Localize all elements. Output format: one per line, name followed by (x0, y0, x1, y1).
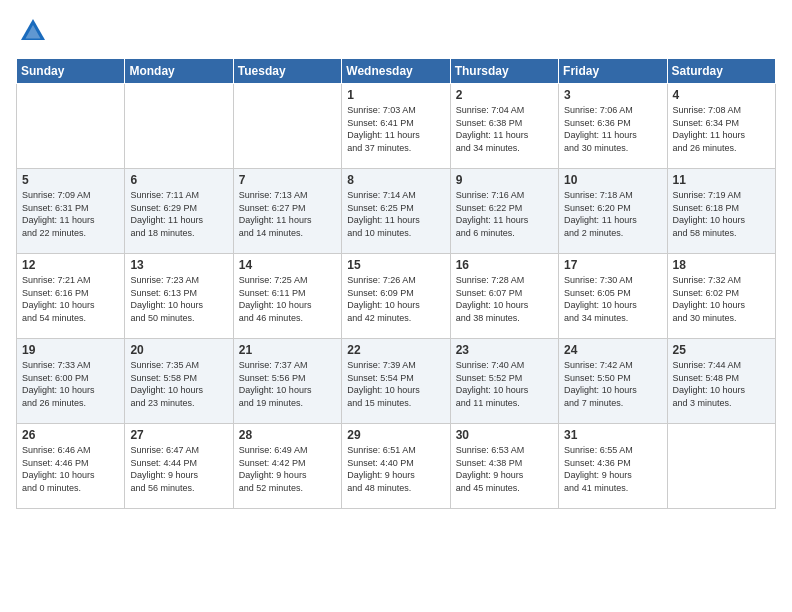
day-info: Sunrise: 7:26 AM Sunset: 6:09 PM Dayligh… (347, 274, 444, 324)
calendar-cell: 18Sunrise: 7:32 AM Sunset: 6:02 PM Dayli… (667, 254, 775, 339)
day-info: Sunrise: 7:04 AM Sunset: 6:38 PM Dayligh… (456, 104, 553, 154)
day-number: 2 (456, 88, 553, 102)
day-info: Sunrise: 7:40 AM Sunset: 5:52 PM Dayligh… (456, 359, 553, 409)
day-info: Sunrise: 7:30 AM Sunset: 6:05 PM Dayligh… (564, 274, 661, 324)
day-info: Sunrise: 7:06 AM Sunset: 6:36 PM Dayligh… (564, 104, 661, 154)
day-number: 26 (22, 428, 119, 442)
calendar-cell: 20Sunrise: 7:35 AM Sunset: 5:58 PM Dayli… (125, 339, 233, 424)
day-number: 29 (347, 428, 444, 442)
calendar-cell: 10Sunrise: 7:18 AM Sunset: 6:20 PM Dayli… (559, 169, 667, 254)
day-info: Sunrise: 7:28 AM Sunset: 6:07 PM Dayligh… (456, 274, 553, 324)
day-number: 23 (456, 343, 553, 357)
calendar-cell: 14Sunrise: 7:25 AM Sunset: 6:11 PM Dayli… (233, 254, 341, 339)
calendar-cell: 30Sunrise: 6:53 AM Sunset: 4:38 PM Dayli… (450, 424, 558, 509)
calendar-cell: 22Sunrise: 7:39 AM Sunset: 5:54 PM Dayli… (342, 339, 450, 424)
calendar-cell: 1Sunrise: 7:03 AM Sunset: 6:41 PM Daylig… (342, 84, 450, 169)
calendar-cell: 15Sunrise: 7:26 AM Sunset: 6:09 PM Dayli… (342, 254, 450, 339)
day-number: 13 (130, 258, 227, 272)
day-info: Sunrise: 7:37 AM Sunset: 5:56 PM Dayligh… (239, 359, 336, 409)
day-info: Sunrise: 6:53 AM Sunset: 4:38 PM Dayligh… (456, 444, 553, 494)
day-number: 15 (347, 258, 444, 272)
day-number: 6 (130, 173, 227, 187)
day-info: Sunrise: 6:55 AM Sunset: 4:36 PM Dayligh… (564, 444, 661, 494)
day-number: 18 (673, 258, 770, 272)
day-info: Sunrise: 7:25 AM Sunset: 6:11 PM Dayligh… (239, 274, 336, 324)
day-info: Sunrise: 7:39 AM Sunset: 5:54 PM Dayligh… (347, 359, 444, 409)
calendar-cell: 23Sunrise: 7:40 AM Sunset: 5:52 PM Dayli… (450, 339, 558, 424)
day-number: 9 (456, 173, 553, 187)
day-number: 25 (673, 343, 770, 357)
day-number: 20 (130, 343, 227, 357)
calendar-cell: 2Sunrise: 7:04 AM Sunset: 6:38 PM Daylig… (450, 84, 558, 169)
day-header-sunday: Sunday (17, 59, 125, 84)
calendar-week-row: 19Sunrise: 7:33 AM Sunset: 6:00 PM Dayli… (17, 339, 776, 424)
day-number: 21 (239, 343, 336, 357)
day-number: 19 (22, 343, 119, 357)
day-number: 10 (564, 173, 661, 187)
day-number: 3 (564, 88, 661, 102)
day-info: Sunrise: 7:33 AM Sunset: 6:00 PM Dayligh… (22, 359, 119, 409)
day-info: Sunrise: 7:16 AM Sunset: 6:22 PM Dayligh… (456, 189, 553, 239)
day-number: 27 (130, 428, 227, 442)
calendar-cell: 3Sunrise: 7:06 AM Sunset: 6:36 PM Daylig… (559, 84, 667, 169)
calendar-cell (667, 424, 775, 509)
day-header-tuesday: Tuesday (233, 59, 341, 84)
calendar-cell (233, 84, 341, 169)
day-number: 22 (347, 343, 444, 357)
page-header (16, 16, 776, 50)
calendar-week-row: 5Sunrise: 7:09 AM Sunset: 6:31 PM Daylig… (17, 169, 776, 254)
day-number: 5 (22, 173, 119, 187)
day-number: 1 (347, 88, 444, 102)
day-info: Sunrise: 7:11 AM Sunset: 6:29 PM Dayligh… (130, 189, 227, 239)
day-number: 7 (239, 173, 336, 187)
day-info: Sunrise: 7:23 AM Sunset: 6:13 PM Dayligh… (130, 274, 227, 324)
calendar-cell: 5Sunrise: 7:09 AM Sunset: 6:31 PM Daylig… (17, 169, 125, 254)
calendar-cell: 24Sunrise: 7:42 AM Sunset: 5:50 PM Dayli… (559, 339, 667, 424)
calendar-cell: 28Sunrise: 6:49 AM Sunset: 4:42 PM Dayli… (233, 424, 341, 509)
day-number: 31 (564, 428, 661, 442)
day-number: 24 (564, 343, 661, 357)
calendar-cell: 21Sunrise: 7:37 AM Sunset: 5:56 PM Dayli… (233, 339, 341, 424)
day-header-saturday: Saturday (667, 59, 775, 84)
day-info: Sunrise: 7:18 AM Sunset: 6:20 PM Dayligh… (564, 189, 661, 239)
day-header-friday: Friday (559, 59, 667, 84)
day-number: 4 (673, 88, 770, 102)
calendar-cell: 31Sunrise: 6:55 AM Sunset: 4:36 PM Dayli… (559, 424, 667, 509)
day-info: Sunrise: 6:46 AM Sunset: 4:46 PM Dayligh… (22, 444, 119, 494)
day-number: 17 (564, 258, 661, 272)
day-info: Sunrise: 7:35 AM Sunset: 5:58 PM Dayligh… (130, 359, 227, 409)
calendar-cell: 27Sunrise: 6:47 AM Sunset: 4:44 PM Dayli… (125, 424, 233, 509)
day-header-wednesday: Wednesday (342, 59, 450, 84)
day-info: Sunrise: 7:14 AM Sunset: 6:25 PM Dayligh… (347, 189, 444, 239)
calendar-cell: 6Sunrise: 7:11 AM Sunset: 6:29 PM Daylig… (125, 169, 233, 254)
day-header-thursday: Thursday (450, 59, 558, 84)
day-info: Sunrise: 7:32 AM Sunset: 6:02 PM Dayligh… (673, 274, 770, 324)
day-info: Sunrise: 7:03 AM Sunset: 6:41 PM Dayligh… (347, 104, 444, 154)
calendar-cell (17, 84, 125, 169)
day-info: Sunrise: 7:42 AM Sunset: 5:50 PM Dayligh… (564, 359, 661, 409)
calendar-week-row: 26Sunrise: 6:46 AM Sunset: 4:46 PM Dayli… (17, 424, 776, 509)
calendar-table: SundayMondayTuesdayWednesdayThursdayFrid… (16, 58, 776, 509)
logo (16, 16, 48, 50)
calendar-header-row: SundayMondayTuesdayWednesdayThursdayFrid… (17, 59, 776, 84)
day-info: Sunrise: 7:08 AM Sunset: 6:34 PM Dayligh… (673, 104, 770, 154)
day-info: Sunrise: 6:51 AM Sunset: 4:40 PM Dayligh… (347, 444, 444, 494)
day-info: Sunrise: 7:44 AM Sunset: 5:48 PM Dayligh… (673, 359, 770, 409)
calendar-cell: 9Sunrise: 7:16 AM Sunset: 6:22 PM Daylig… (450, 169, 558, 254)
day-number: 11 (673, 173, 770, 187)
calendar-cell: 17Sunrise: 7:30 AM Sunset: 6:05 PM Dayli… (559, 254, 667, 339)
day-number: 30 (456, 428, 553, 442)
calendar-cell: 19Sunrise: 7:33 AM Sunset: 6:00 PM Dayli… (17, 339, 125, 424)
calendar-cell: 12Sunrise: 7:21 AM Sunset: 6:16 PM Dayli… (17, 254, 125, 339)
calendar-cell: 8Sunrise: 7:14 AM Sunset: 6:25 PM Daylig… (342, 169, 450, 254)
calendar-cell: 4Sunrise: 7:08 AM Sunset: 6:34 PM Daylig… (667, 84, 775, 169)
calendar-cell: 29Sunrise: 6:51 AM Sunset: 4:40 PM Dayli… (342, 424, 450, 509)
calendar-cell: 26Sunrise: 6:46 AM Sunset: 4:46 PM Dayli… (17, 424, 125, 509)
day-info: Sunrise: 7:21 AM Sunset: 6:16 PM Dayligh… (22, 274, 119, 324)
calendar-week-row: 1Sunrise: 7:03 AM Sunset: 6:41 PM Daylig… (17, 84, 776, 169)
day-info: Sunrise: 7:19 AM Sunset: 6:18 PM Dayligh… (673, 189, 770, 239)
calendar-cell: 25Sunrise: 7:44 AM Sunset: 5:48 PM Dayli… (667, 339, 775, 424)
day-info: Sunrise: 7:09 AM Sunset: 6:31 PM Dayligh… (22, 189, 119, 239)
calendar-cell: 13Sunrise: 7:23 AM Sunset: 6:13 PM Dayli… (125, 254, 233, 339)
calendar-cell: 7Sunrise: 7:13 AM Sunset: 6:27 PM Daylig… (233, 169, 341, 254)
